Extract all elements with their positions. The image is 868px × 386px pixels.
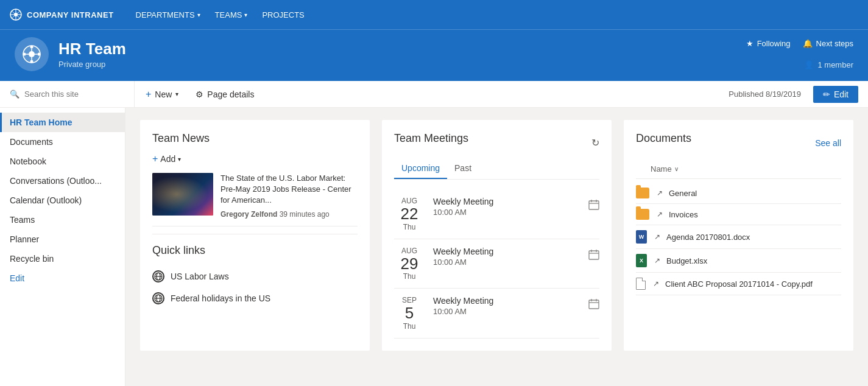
news-item-meta: Gregory Zelfond 39 minutes ago	[221, 210, 358, 219]
see-all-link[interactable]: See all	[815, 138, 841, 148]
member-info: 👤 1 member	[804, 60, 853, 69]
external-link-icon: ↗	[657, 210, 663, 219]
tab-upcoming[interactable]: Upcoming	[394, 158, 447, 179]
nav-departments[interactable]: DEPARTMENTS ▾	[129, 0, 208, 29]
globe-icon	[152, 270, 164, 282]
nav-teams[interactable]: TEAMS ▾	[208, 0, 255, 29]
folder-icon	[636, 209, 649, 220]
chevron-down-icon: ▾	[175, 91, 178, 97]
bell-icon: 🔔	[803, 39, 813, 48]
search-icon: 🔍	[10, 89, 19, 99]
meeting-item-1: Aug 22 Thu Weekly Meeting 10:00 AM	[394, 189, 599, 239]
site-title: HR Team	[58, 40, 126, 58]
sidebar-item-calendar[interactable]: Calendar (Outlook)	[0, 191, 125, 210]
docs-column-header: Name ∨	[636, 162, 841, 179]
news-thumbnail	[152, 173, 213, 216]
sidebar-item-documents[interactable]: Documents	[0, 132, 125, 152]
news-title: Team News	[152, 132, 358, 145]
news-divider	[152, 234, 358, 234]
quick-link-federalholidays[interactable]: Federal holidays in the US	[152, 287, 358, 309]
meeting-item-3: Sep 5 Thu Weekly Meeting 10:00 AM	[394, 289, 599, 339]
sidebar-item-notebook[interactable]: Notebook	[0, 152, 125, 171]
search-input[interactable]	[24, 89, 110, 99]
doc-item-agenda[interactable]: W ↗ Agenda 20170801.docx	[636, 225, 841, 249]
svg-rect-22	[589, 201, 599, 209]
search-box[interactable]: 🔍	[10, 81, 135, 107]
calendar-icon[interactable]	[588, 298, 599, 312]
refresh-icon[interactable]: ↻	[591, 137, 599, 149]
svg-rect-30	[589, 300, 599, 309]
quick-link-uslaborlaws[interactable]: US Labor Laws	[152, 265, 358, 287]
sidebar-item-teams[interactable]: Teams	[0, 210, 125, 230]
sidebar-item-conversations[interactable]: Conversations (Outloo...	[0, 171, 125, 191]
site-logo	[15, 37, 49, 71]
meeting-date-2: Aug 29 Thu	[394, 247, 425, 281]
doc-item-proposal[interactable]: ↗ Client ABC Proposal 20171014 - Copy.pd…	[636, 273, 841, 295]
external-link-icon: ↗	[654, 256, 660, 265]
doc-name: General	[669, 189, 697, 198]
calendar-icon[interactable]	[588, 249, 599, 263]
doc-item-invoices[interactable]: ↗ Invoices	[636, 204, 841, 225]
nav-projects[interactable]: PROJECTS	[255, 0, 311, 29]
meeting-day: 5	[394, 304, 425, 322]
meeting-info-2: Weekly Meeting 10:00 AM	[433, 247, 580, 267]
svg-point-11	[38, 53, 41, 56]
logo-icon	[10, 9, 22, 21]
gear-icon: ⚙	[196, 89, 203, 99]
meeting-time: 10:00 AM	[433, 307, 580, 316]
meeting-name: Weekly Meeting	[433, 247, 580, 256]
external-link-icon: ↗	[653, 279, 659, 288]
plus-icon: +	[152, 153, 158, 164]
doc-name: Client ABC Proposal 20171014 - Copy.pdf	[665, 279, 813, 289]
meeting-time: 10:00 AM	[433, 258, 580, 267]
brand-name: COMPANY INTRANET	[27, 10, 114, 19]
sidebar-item-hrteamhome[interactable]: HR Team Home	[0, 113, 125, 132]
doc-item-budget[interactable]: X ↗ Budget.xlsx	[636, 249, 841, 273]
calendar-icon[interactable]	[588, 199, 599, 213]
meeting-item-2: Aug 29 Thu Weekly Meeting 10:00 AM	[394, 239, 599, 289]
meetings-title: Team Meetings	[394, 132, 468, 145]
news-text: The State of the U.S. Labor Market: Pre-…	[221, 173, 358, 219]
meeting-time: 10:00 AM	[433, 208, 580, 217]
word-icon: W	[636, 230, 647, 244]
documents-title: Documents	[636, 132, 691, 145]
published-info: Published 8/19/2019	[729, 89, 801, 99]
svg-point-7	[29, 51, 35, 57]
sidebar-edit-link[interactable]: Edit	[0, 268, 125, 288]
add-news-button[interactable]: + Add ▾	[152, 153, 181, 164]
news-time-value: 39 minutes ago	[280, 210, 330, 219]
sidebar-item-planner[interactable]: Planner	[0, 230, 125, 249]
site-info: HR Team Private group	[58, 40, 126, 69]
news-item[interactable]: The State of the U.S. Labor Market: Pre-…	[152, 173, 358, 226]
next-steps-button[interactable]: 🔔 Next steps	[803, 39, 853, 48]
meeting-day: 22	[394, 205, 425, 223]
meeting-month: Aug	[394, 197, 425, 205]
page-details-button[interactable]: ⚙ Page details	[189, 86, 260, 103]
person-icon: 👤	[804, 60, 814, 69]
plus-icon: +	[146, 89, 151, 100]
quick-links-section: Quick links US Labor Laws	[152, 244, 358, 309]
meetings-section: Team Meetings ↻ Upcoming Past Aug 22 Thu…	[382, 120, 612, 351]
external-link-icon: ↗	[654, 233, 660, 241]
excel-icon: X	[636, 254, 647, 267]
meeting-name: Weekly Meeting	[433, 296, 580, 306]
new-button[interactable]: + New ▾	[139, 85, 185, 104]
sidebar-item-recyclebin[interactable]: Recycle bin	[0, 249, 125, 268]
svg-point-9	[30, 60, 34, 63]
sidebar: HR Team Home Documents Notebook Conversa…	[0, 108, 125, 386]
following-button[interactable]: ★ Following	[746, 39, 791, 48]
tab-past[interactable]: Past	[447, 158, 479, 179]
meeting-info-3: Weekly Meeting 10:00 AM	[433, 296, 580, 316]
globe-icon	[152, 292, 164, 304]
site-header: HR Team Private group ★ Following 🔔 Next…	[0, 29, 868, 81]
meeting-day: 29	[394, 255, 425, 273]
meeting-info-1: Weekly Meeting 10:00 AM	[433, 197, 580, 217]
external-link-icon: ↗	[657, 189, 663, 197]
edit-button[interactable]: ✏ Edit	[813, 86, 858, 103]
doc-item-general[interactable]: ↗ General	[636, 183, 841, 204]
pencil-icon: ✏	[823, 89, 830, 99]
meeting-date-3: Sep 5 Thu	[394, 296, 425, 331]
sidebar-nav: HR Team Home Documents Notebook Conversa…	[0, 108, 125, 293]
meetings-tabs: Upcoming Past	[394, 158, 599, 180]
brand-logo[interactable]: COMPANY INTRANET	[10, 9, 114, 21]
